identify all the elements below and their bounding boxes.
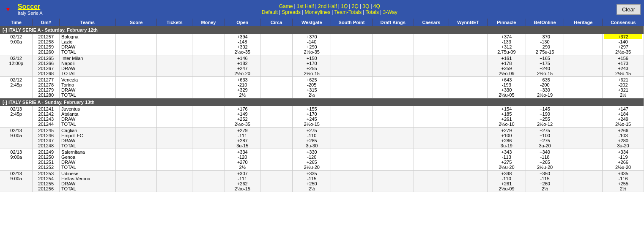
nav-default[interactable]: Default xyxy=(262,9,278,15)
cell-betonline: +340-118+2652½u-20 xyxy=(526,149,564,171)
cell xyxy=(157,149,192,171)
col-header-draftkings: Draft Kings xyxy=(372,19,414,26)
cell xyxy=(157,106,192,128)
cell xyxy=(157,171,192,192)
clear-button[interactable]: Clear xyxy=(617,4,641,15)
cell-teams: JuventusAtalantaDRAWTOTAL xyxy=(60,106,116,128)
nav-1st-half[interactable]: 1st Half xyxy=(297,3,314,9)
cell xyxy=(564,106,603,128)
cell-pinnacle: +374-133+3122.75u-09 xyxy=(488,34,526,55)
cell xyxy=(564,128,603,149)
nav-2q[interactable]: 2Q xyxy=(352,3,359,9)
cell xyxy=(564,34,603,55)
cell xyxy=(449,106,488,128)
col-header-gm: Gm# xyxy=(33,19,60,26)
col-header-teams: Teams xyxy=(60,19,116,26)
cell xyxy=(115,171,157,192)
cell: 02/12 2:45p xyxy=(0,77,33,98)
nav-game[interactable]: Game xyxy=(279,3,293,9)
cell: 02/13 9:00a xyxy=(0,171,33,192)
cell-pinnacle: +343-113+2752½u-20 xyxy=(488,149,526,171)
cell-open: +279-111+2873u-15 xyxy=(225,128,260,149)
cell-gm: 201253201254201255201256 xyxy=(33,171,60,192)
sport-title[interactable]: Soccer xyxy=(18,3,40,11)
cell xyxy=(449,55,488,77)
nav-moneylines[interactable]: Moneylines xyxy=(305,9,331,15)
cell-betonline: +275+100+2753u-20 xyxy=(526,128,564,149)
col-header-wynnbet: WynnBET xyxy=(449,19,488,26)
nav-3q[interactable]: 3Q xyxy=(362,3,369,9)
col-header-time: Time xyxy=(0,19,33,26)
cell-open: +307-111+2622½o-15 xyxy=(225,171,260,192)
cell xyxy=(192,77,225,98)
cell: 02/13 9:00a xyxy=(0,149,33,171)
cell-teams: BolognaLazioDRAWTOTAL xyxy=(60,34,116,55)
nav-line1: Game | 1st Half | 2nd Half | 1Q | 2Q | 3… xyxy=(48,3,611,9)
cell-westgate: +155+170+2452½o-15 xyxy=(293,106,331,128)
nav-1q[interactable]: 1Q xyxy=(341,3,348,9)
match-row: 02/13 2:45p201241201242201243201244Juven… xyxy=(0,106,644,128)
nav-team-totals[interactable]: Team-Totals xyxy=(334,9,362,15)
col-header-tickets: Tickets xyxy=(157,19,192,26)
cell-gm: 201241201242201243201244 xyxy=(33,106,60,128)
cell: 02/12 12:00p xyxy=(0,55,33,77)
cell-teams: CagliariEmpoli FCDRAWTOTAL xyxy=(60,128,116,149)
cell xyxy=(260,77,293,98)
cell-betonline: +165+175+2402½o-15 xyxy=(526,55,564,77)
cell-betonline: +370-130+2902.75u-15 xyxy=(526,34,564,55)
cell-gm: 201249201250201251201252 xyxy=(33,149,60,171)
cell xyxy=(372,171,414,192)
cell-westgate: +150+170+2552½o-15 xyxy=(293,55,331,77)
cell-pinnacle: +154+185+2612½o-10 xyxy=(488,106,526,128)
cell-gm: 201265201266201267201268 xyxy=(33,55,60,77)
cell-consensus: +335-116+2552½ xyxy=(603,171,644,192)
cell-gm: 201257201258201259201260 xyxy=(33,34,60,55)
cell-consensus: +372-140+2972½o-35 xyxy=(603,34,644,55)
col-header-pinnacle: Pinnacle xyxy=(488,19,526,26)
cell-teams: Inter MilanNapoliDRAWTOTAL xyxy=(60,55,116,77)
cell xyxy=(192,106,225,128)
cell xyxy=(115,106,157,128)
cell xyxy=(260,34,293,55)
section-header-0: [-] ITALY SERIE A - Saturday, February 1… xyxy=(0,26,644,34)
col-header-money: Money xyxy=(192,19,225,26)
cell xyxy=(372,34,414,55)
cell xyxy=(115,55,157,77)
header-left: Soccer Italy Serie A xyxy=(18,3,43,16)
nav-totals[interactable]: Totals xyxy=(366,9,379,15)
col-header-heritage: Heritage xyxy=(564,19,603,26)
cell-open: +334-120+2702½ xyxy=(225,149,260,171)
nav-3way[interactable]: 3-Way xyxy=(383,9,397,15)
cell-betonline: +635-200+3302½o-19 xyxy=(526,77,564,98)
cell xyxy=(192,55,225,77)
cell xyxy=(157,34,192,55)
cell xyxy=(115,77,157,98)
cell xyxy=(449,149,488,171)
dropdown-arrow[interactable]: ▼ xyxy=(3,5,13,14)
cell-consensus: +621-202+3212½ xyxy=(603,77,644,98)
cell: 02/13 9:00a xyxy=(0,128,33,149)
cell xyxy=(157,128,192,149)
cell-gm: 201245201246201247201248 xyxy=(33,128,60,149)
cell: 02/12 9:00a xyxy=(0,34,33,55)
cell xyxy=(115,149,157,171)
header-nav: Game | 1st Half | 2nd Half | 1Q | 2Q | 3… xyxy=(48,3,611,15)
cell-pinnacle: +643-193+3302½u-05 xyxy=(488,77,526,98)
nav-line2: Default | Spreads | Moneylines | Team-To… xyxy=(48,9,611,15)
cell-teams: VeneziaTorinoDRAWTOTAL xyxy=(60,77,116,98)
cell xyxy=(260,106,293,128)
nav-spreads[interactable]: Spreads xyxy=(282,9,301,15)
nav-4q[interactable]: 4Q xyxy=(373,3,380,9)
cell xyxy=(564,77,603,98)
cell xyxy=(331,149,373,171)
nav-2nd-half[interactable]: 2nd Half xyxy=(318,3,337,9)
match-row: 02/13 9:00a201245201246201247201248Cagli… xyxy=(0,128,644,149)
cell xyxy=(115,128,157,149)
cell xyxy=(449,128,488,149)
cell-consensus: +156+173+2432½o-15 xyxy=(603,55,644,77)
cell xyxy=(414,77,449,98)
cell xyxy=(260,55,293,77)
cell xyxy=(449,171,488,192)
col-header-betonline: BetOnline xyxy=(526,19,564,26)
cell-westgate: +370-140+2902½o-35 xyxy=(293,34,331,55)
